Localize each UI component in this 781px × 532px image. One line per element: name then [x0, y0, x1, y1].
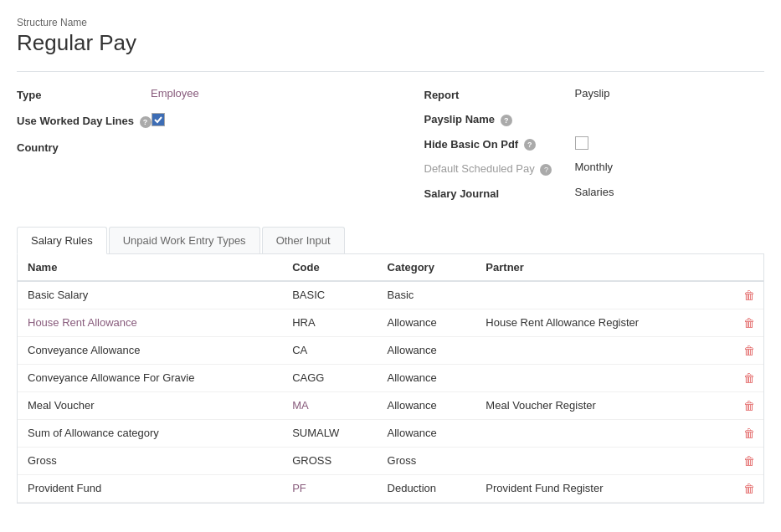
cell-name[interactable]: House Rent Allowance: [18, 309, 282, 336]
cell-delete[interactable]: 🗑: [721, 447, 763, 474]
cell-code: GROSS: [282, 447, 377, 474]
worked-day-checkbox[interactable]: [152, 113, 165, 126]
cell-partner: [475, 447, 721, 474]
cell-code: CAGG: [282, 364, 377, 391]
hide-basic-help-icon[interactable]: ?: [524, 139, 536, 151]
payslip-name-help-icon[interactable]: ?: [501, 115, 512, 126]
table-body: Basic SalaryBASICBasic🗑House Rent Allowa…: [18, 281, 763, 503]
cell-name: Provident Fund: [18, 474, 282, 502]
col-header-code: Code: [282, 254, 377, 281]
cell-partner: [475, 364, 721, 391]
default-scheduled-field-row: Default Scheduled Pay ? Monthly: [424, 161, 765, 176]
cell-partner: Meal Voucher Register: [475, 391, 721, 419]
country-field-row: Country: [17, 140, 357, 154]
table-row: Conveyance Allowance For GravieCAGGAllow…: [18, 364, 763, 391]
hide-basic-field-row: Hide Basic On Pdf ?: [424, 136, 765, 151]
cell-name: Conveyance Allowance: [18, 336, 282, 364]
type-value[interactable]: Employee: [151, 87, 199, 100]
cell-delete[interactable]: 🗑: [721, 364, 763, 391]
tab-other-input[interactable]: Other Input: [262, 227, 345, 253]
cell-category: Basic: [378, 281, 476, 309]
worked-day-help-icon[interactable]: ?: [140, 116, 152, 128]
type-label: Type: [17, 87, 151, 101]
col-header-partner: Partner: [475, 254, 721, 281]
delete-icon[interactable]: 🗑: [743, 344, 755, 357]
cell-delete[interactable]: 🗑: [721, 391, 763, 419]
cell-partner: [475, 336, 721, 364]
cell-name: Gross: [18, 447, 282, 474]
cell-delete[interactable]: 🗑: [721, 309, 763, 336]
cell-name: Conveyance Allowance For Gravie: [18, 364, 282, 391]
cell-code[interactable]: PF: [282, 474, 377, 502]
table-row: Basic SalaryBASICBasic🗑: [18, 281, 763, 309]
cell-category: Allowance: [378, 419, 476, 447]
cell-delete[interactable]: 🗑: [721, 336, 763, 364]
salary-rules-table-container: Name Code Category Partner Basic SalaryB…: [17, 254, 764, 504]
cell-name: Meal Voucher: [18, 391, 282, 419]
delete-icon[interactable]: 🗑: [743, 371, 755, 385]
cell-code: BASIC: [282, 281, 377, 309]
cell-category: Deduction: [378, 474, 476, 502]
payslip-name-label: Payslip Name ?: [424, 111, 575, 126]
salary-journal-label: Salary Journal: [424, 186, 575, 200]
table-row: Conveyance AllowanceCAAllowance🗑: [18, 336, 763, 364]
delete-icon[interactable]: 🗑: [743, 399, 755, 412]
cell-partner: [475, 281, 721, 309]
table-row: House Rent AllowanceHRAAllowanceHouse Re…: [18, 309, 763, 336]
structure-name-label: Structure Name: [17, 17, 764, 28]
report-value: Payslip: [575, 87, 610, 100]
col-header-actions: [721, 254, 763, 281]
delete-icon[interactable]: 🗑: [743, 482, 755, 495]
tabs-container: Salary Rules Unpaid Work Entry Types Oth…: [17, 227, 764, 254]
cell-category: Allowance: [378, 309, 476, 336]
hide-basic-checkbox[interactable]: [575, 136, 588, 150]
country-label: Country: [17, 140, 151, 154]
cell-partner: House Rent Allowance Register: [475, 309, 721, 336]
page-title: Regular Pay: [17, 30, 764, 56]
cell-partner: [475, 419, 721, 447]
worked-day-label: Use Worked Day Lines ?: [17, 113, 152, 128]
table-row: Sum of Allowance categorySUMALWAllowance…: [18, 419, 763, 447]
cell-code: CA: [282, 336, 377, 364]
default-scheduled-help-icon[interactable]: ?: [540, 164, 552, 176]
cell-delete[interactable]: 🗑: [721, 281, 763, 309]
cell-code: HRA: [282, 309, 377, 336]
hide-basic-label: Hide Basic On Pdf ?: [424, 136, 575, 151]
report-field-row: Report Payslip: [424, 87, 765, 101]
delete-icon[interactable]: 🗑: [743, 427, 755, 440]
cell-category: Allowance: [378, 364, 476, 391]
salary-rules-table: Name Code Category Partner Basic SalaryB…: [18, 254, 763, 503]
cell-code[interactable]: MA: [282, 391, 377, 419]
default-scheduled-label: Default Scheduled Pay ?: [424, 161, 575, 176]
tabs: Salary Rules Unpaid Work Entry Types Oth…: [17, 227, 764, 253]
delete-icon[interactable]: 🗑: [743, 316, 755, 330]
cell-name: Basic Salary: [18, 281, 282, 309]
report-label: Report: [424, 87, 575, 101]
cell-partner: Provident Fund Register: [475, 474, 721, 502]
worked-day-field-row: Use Worked Day Lines ?: [17, 113, 357, 128]
col-header-category: Category: [378, 254, 476, 281]
cell-name: Sum of Allowance category: [18, 419, 282, 447]
col-header-name: Name: [18, 254, 282, 281]
table-header-row: Name Code Category Partner: [18, 254, 763, 281]
delete-icon[interactable]: 🗑: [743, 289, 755, 302]
salary-journal-value: Salaries: [575, 186, 614, 198]
tab-unpaid-work-entry-types[interactable]: Unpaid Work Entry Types: [109, 227, 260, 253]
table-row: GrossGROSSGross🗑: [18, 447, 763, 474]
table-row: Meal VoucherMAAllowanceMeal Voucher Regi…: [18, 391, 763, 419]
right-form-section: Report Payslip Payslip Name ? Hide Basic…: [391, 87, 765, 210]
cell-category: Allowance: [378, 391, 476, 419]
cell-delete[interactable]: 🗑: [721, 474, 763, 502]
cell-delete[interactable]: 🗑: [721, 419, 763, 447]
type-field-row: Type Employee: [17, 87, 357, 101]
tab-salary-rules[interactable]: Salary Rules: [17, 227, 107, 254]
table-row: Provident FundPFDeductionProvident Fund …: [18, 474, 763, 502]
payslip-name-field-row: Payslip Name ?: [424, 111, 765, 126]
salary-journal-field-row: Salary Journal Salaries: [424, 186, 765, 200]
cell-code: SUMALW: [282, 419, 377, 447]
cell-category: Allowance: [378, 336, 476, 364]
default-scheduled-value: Monthly: [575, 161, 614, 173]
divider: [17, 71, 764, 72]
delete-icon[interactable]: 🗑: [743, 454, 755, 468]
left-form-section: Type Employee Use Worked Day Lines ? Cou…: [17, 87, 391, 210]
